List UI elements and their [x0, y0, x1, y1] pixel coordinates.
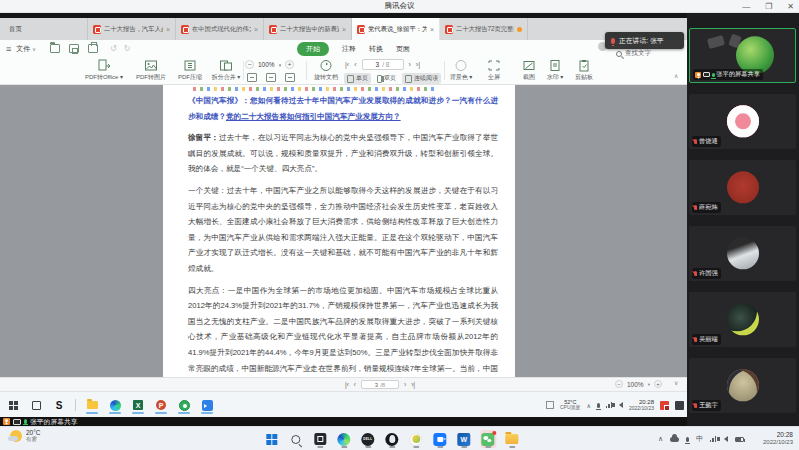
footer-first-page-button[interactable]: |‹	[345, 381, 349, 388]
tray-speaker-icon[interactable]	[619, 402, 623, 408]
pdf-to-office-button[interactable]: PDF转Office ▾	[76, 59, 132, 82]
ribbon-tab-convert[interactable]: 转换	[369, 44, 383, 54]
hamburger-menu-icon[interactable]: ≡	[6, 44, 11, 54]
host-music-button[interactable]	[408, 430, 424, 448]
ime-indicator[interactable]: 中	[696, 434, 703, 444]
tab-doc-2[interactable]: 在中国式现代化的伟大进.. ×	[176, 18, 264, 40]
document-area[interactable]: 《中国汽车报》：您如何看待过去十年中国汽车产业发展取得的成就和进步？一汽有什么进…	[0, 85, 687, 377]
find-text-button[interactable]: 查找文字	[616, 49, 651, 58]
tray-mic-icon[interactable]	[597, 403, 600, 408]
host-meeting-button[interactable]	[432, 430, 448, 448]
shared-edge-button[interactable]	[108, 396, 122, 414]
tab-doc-4-active[interactable]: 党代表说_徐留平：为建.. ×	[352, 18, 440, 40]
tray-mic-icon[interactable]	[686, 437, 689, 442]
participant-tile[interactable]: 薛宛炜	[689, 160, 796, 215]
shared-excel-button[interactable]: X	[131, 396, 145, 414]
zoom-level[interactable]: 100%	[258, 61, 275, 68]
tab-close-icon[interactable]: ×	[254, 26, 258, 33]
zoom-in-button[interactable]: +	[285, 60, 294, 69]
single-page-mode-button[interactable]: 单页	[344, 73, 371, 84]
background-color-button[interactable]: 背景色 ▾	[444, 59, 478, 82]
tab-home[interactable]: 首页	[0, 18, 88, 40]
prev-page-button[interactable]: ‹	[354, 61, 356, 68]
open-folder-icon[interactable]	[50, 44, 60, 53]
ribbon-tab-annotate[interactable]: 注释	[342, 44, 356, 54]
shared-file-explorer-button[interactable]	[85, 396, 99, 414]
screenshot-button[interactable]: 截图	[514, 59, 544, 82]
footer-zoom-out-button[interactable]: −	[615, 380, 623, 388]
pdf-to-image-button[interactable]: PDF转图片	[130, 59, 172, 82]
shared-green-app-button[interactable]	[177, 396, 191, 414]
ribbon-collapse-icon[interactable]: ∧	[674, 72, 678, 79]
undo-icon[interactable]: ↺	[110, 44, 117, 53]
tab-doc-1[interactable]: 二十大报告，汽车人必读.. ×	[88, 18, 176, 40]
host-word-button[interactable]: W	[456, 430, 472, 448]
redo-icon[interactable]: ↻	[124, 44, 131, 53]
shared-powerpoint-button[interactable]: P	[154, 396, 168, 414]
tab-close-icon[interactable]: ×	[166, 26, 170, 33]
widget-icon[interactable]	[546, 401, 554, 409]
shared-start-button[interactable]	[6, 396, 20, 414]
battery-icon[interactable]	[735, 437, 744, 442]
cpu-temp-widget[interactable]: 52°C CPU温度	[560, 400, 581, 411]
watermark-button[interactable]: 水印 ▾	[542, 59, 568, 82]
fit-width-icon[interactable]	[247, 73, 257, 82]
minimize-button[interactable]: —	[742, 0, 750, 13]
host-wechat-button[interactable]	[480, 430, 496, 448]
footer-prev-page-button[interactable]: ‹	[354, 381, 356, 388]
first-page-button[interactable]: |‹	[345, 61, 349, 68]
split-merge-button[interactable]: 拆分合并 ▾	[206, 59, 246, 82]
pdf-compress-button[interactable]: PDF压缩	[172, 59, 208, 82]
tab-close-icon[interactable]: ×	[342, 26, 346, 33]
crop-icon[interactable]	[285, 73, 295, 82]
tab-close-icon[interactable]: ×	[430, 26, 434, 33]
wifi-icon[interactable]	[710, 436, 717, 442]
cloud-icon[interactable]	[670, 437, 679, 442]
next-page-button[interactable]: ›	[409, 61, 411, 68]
host-alienware-button[interactable]	[384, 430, 400, 448]
ribbon-tab-start[interactable]: 开始	[297, 42, 329, 56]
fit-page-icon[interactable]	[266, 73, 276, 82]
shared-clock[interactable]: 20:28 2022/10/23	[629, 399, 654, 411]
footer-collapse-icon[interactable]: ∨	[674, 379, 678, 386]
save-icon[interactable]	[69, 44, 79, 53]
host-edge-button[interactable]	[336, 430, 352, 448]
last-page-button[interactable]: ›|	[416, 61, 420, 68]
participant-tile[interactable]: 王懿宇	[689, 358, 796, 413]
page-number-input[interactable]: 3 / 8	[362, 59, 404, 70]
footer-zoom-in-button[interactable]: +	[654, 380, 662, 388]
maximize-button[interactable]: ❐	[765, 0, 772, 13]
zoom-out-button[interactable]: −	[245, 60, 254, 69]
tray-expand-icon[interactable]: ∧	[587, 402, 591, 409]
host-clock[interactable]: 20:28 2022/10/23	[763, 431, 793, 446]
footer-zoom-level[interactable]: 100%	[627, 381, 644, 388]
participant-tile[interactable]: 许国强	[689, 226, 796, 281]
double-page-mode-button[interactable]: 双页	[374, 73, 399, 84]
weather-widget[interactable]: 20°C 有雾	[10, 429, 41, 443]
tray-expand-icon[interactable]: ∧	[658, 435, 663, 443]
participant-tile[interactable]: 吴丽端	[689, 292, 796, 347]
continuous-mode-button[interactable]: 连续阅读	[402, 73, 441, 84]
host-search-button[interactable]	[288, 430, 304, 448]
close-button[interactable]: ✕	[787, 0, 794, 13]
shared-meeting-app-button[interactable]	[200, 396, 214, 414]
tab-doc-3[interactable]: 二十大报告中的新表述新.. ×	[264, 18, 352, 40]
participant-tile[interactable]: 曾饶通	[689, 94, 796, 149]
footer-last-page-button[interactable]: ›|	[411, 381, 415, 388]
participant-tile-sharer[interactable]: 张平的屏幕共享	[689, 28, 796, 83]
ribbon-tab-page[interactable]: 页面	[396, 44, 410, 54]
action-center-icon[interactable]	[675, 401, 684, 410]
host-photos-button[interactable]	[312, 430, 328, 448]
host-start-button[interactable]	[264, 430, 280, 448]
notification-badge-icon[interactable]	[660, 401, 669, 410]
file-menu[interactable]: 文件	[16, 44, 30, 54]
host-dell-button[interactable]: DELL	[360, 430, 376, 448]
shared-task-view-button[interactable]	[29, 396, 43, 414]
print-icon[interactable]	[88, 44, 98, 53]
fullscreen-button[interactable]: 全屏	[480, 59, 508, 82]
clipboard-button[interactable]: 剪贴板	[568, 59, 600, 82]
speaker-icon[interactable]	[724, 436, 728, 442]
tab-doc-5[interactable]: 二十大报告72页完整版全..	[440, 18, 528, 40]
host-file-explorer-button[interactable]	[504, 430, 520, 448]
shared-s-app-button[interactable]: S	[52, 396, 66, 414]
